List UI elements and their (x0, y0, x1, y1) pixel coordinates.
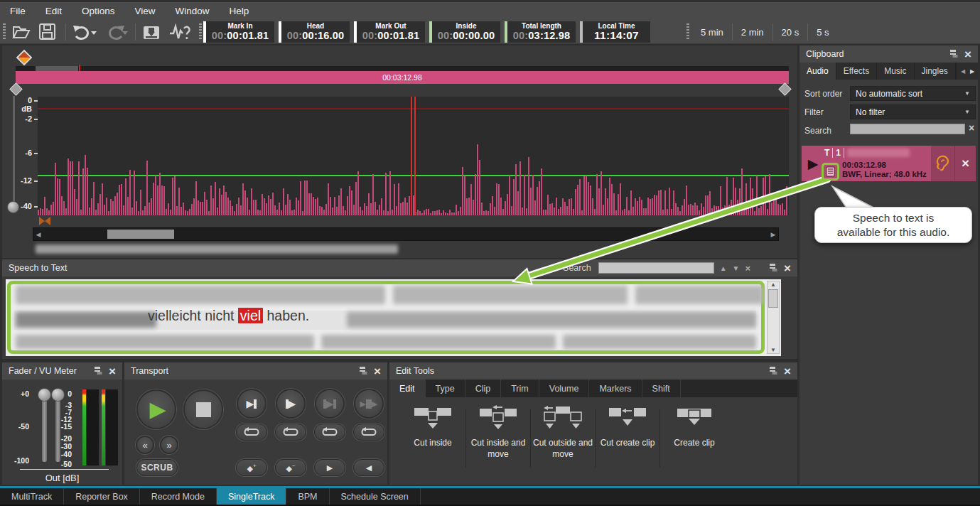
tab-trim[interactable]: Trim (501, 380, 539, 397)
tabs-scroll-left-icon[interactable]: ◀ (961, 68, 965, 75)
menu-window[interactable]: Window (166, 2, 220, 20)
play-around-button-disabled[interactable]: ▶▶ (354, 389, 384, 419)
horizontal-scrollbar[interactable]: ◀ ▶ (33, 227, 779, 241)
play-to-out-button[interactable]: ▶ (237, 389, 266, 419)
highlighted-word[interactable]: viel (238, 308, 263, 323)
range-end-diamond[interactable] (778, 82, 791, 95)
tab-singletrack[interactable]: SingleTrack (217, 488, 287, 505)
tool-cut-create-clip[interactable]: Cut create clip (596, 405, 659, 449)
loop-button-3[interactable] (314, 424, 345, 441)
tool-cut-inside-and-move[interactable]: Cut inside and move (466, 405, 530, 460)
tab-schedule-screen[interactable]: Schedule Screen (330, 488, 421, 505)
search-prev-icon[interactable]: ▲ (720, 264, 727, 272)
transcript-scrollbar[interactable]: ▲ ▼ (767, 281, 780, 354)
tab-shift[interactable]: Shift (642, 380, 681, 397)
tab-edit[interactable]: Edit (389, 380, 426, 397)
speech-analysis-icon[interactable] (169, 23, 190, 41)
pin-icon[interactable] (769, 366, 777, 376)
loop-button-4[interactable] (353, 424, 384, 441)
zoom-preset-2min[interactable]: 2 min (733, 27, 772, 38)
tabs-scroll-right-icon[interactable]: ▶ (970, 68, 974, 75)
scroll-down-arrow[interactable]: ▼ (770, 347, 776, 353)
loop-button-1[interactable] (236, 424, 267, 441)
transcript-clear-text[interactable]: vielleicht nicht viel haben. (148, 308, 309, 324)
edit-marker-bowtie[interactable] (39, 217, 50, 225)
pin-icon[interactable] (94, 366, 102, 376)
transcript-area[interactable]: vielleicht nicht viel haben. ▲ ▼ (6, 279, 781, 356)
toolbar-grip[interactable] (686, 23, 689, 41)
scrollbar-thumb[interactable] (768, 289, 778, 308)
close-icon[interactable]: × (374, 365, 381, 377)
tool-cut-outside-and-move[interactable]: Cut outside and move (531, 405, 595, 460)
close-icon[interactable]: × (109, 365, 116, 377)
open-file-icon[interactable] (11, 23, 31, 41)
overview-duration-bar[interactable]: 00:03:12.98 (16, 71, 789, 84)
close-icon[interactable]: × (964, 48, 971, 60)
overview-view-segment[interactable] (36, 66, 78, 71)
playhead-line[interactable] (411, 97, 412, 215)
skip-forward-button[interactable]: » (160, 436, 178, 454)
pin-icon[interactable] (769, 263, 777, 273)
save-icon[interactable] (38, 23, 56, 41)
item-prelisten-ear-icon[interactable] (931, 146, 954, 181)
fader-track-left[interactable] (42, 394, 47, 462)
speech-text-doc-icon[interactable] (822, 163, 839, 181)
tab-multitrack[interactable]: MultiTrack (0, 488, 64, 505)
search-clear-icon[interactable]: × (745, 263, 750, 274)
search-next-icon[interactable]: ▼ (733, 264, 740, 272)
scrollbar-thumb[interactable] (107, 230, 174, 239)
stop-button[interactable] (183, 389, 223, 429)
waveform-display[interactable] (38, 97, 789, 215)
scrub-button[interactable]: SCRUB (136, 459, 178, 476)
zoom-preset-20s[interactable]: 20 s (773, 27, 808, 38)
menu-help[interactable]: Help (220, 2, 259, 20)
play-button[interactable]: ▶ (136, 389, 176, 429)
menu-file[interactable]: File (0, 2, 36, 20)
loop-button-2[interactable] (275, 424, 306, 441)
skip-back-button[interactable]: « (136, 436, 154, 454)
tool-create-clip[interactable]: Create clip (662, 405, 726, 449)
fader-knob-left[interactable] (38, 388, 51, 402)
scroll-up-arrow[interactable]: ▲ (770, 281, 776, 288)
tab-effects[interactable]: Effects (836, 63, 877, 80)
tab-record-mode[interactable]: Record Mode (140, 488, 217, 505)
undo-icon[interactable] (72, 23, 97, 41)
toolbar-grip[interactable] (199, 23, 202, 41)
add-marker-button[interactable]: ◆+ (236, 459, 267, 476)
sort-order-dropdown[interactable]: No automatic sort▼ (850, 86, 976, 101)
zoom-preset-5min[interactable]: 5 min (692, 27, 732, 38)
pin-icon[interactable] (949, 49, 957, 59)
tab-type[interactable]: Type (426, 380, 465, 397)
tab-volume[interactable]: Volume (539, 380, 590, 397)
tab-audio[interactable]: Audio (799, 63, 836, 80)
tab-music[interactable]: Music (877, 63, 914, 80)
remove-marker-button[interactable]: ◆− (275, 459, 306, 476)
scroll-right-arrow[interactable]: ▶ (768, 231, 778, 238)
tab-jingles[interactable]: Jingles (915, 63, 956, 80)
pin-icon[interactable] (359, 366, 367, 376)
scroll-left-arrow[interactable]: ◀ (33, 231, 43, 238)
menu-view[interactable]: View (125, 2, 166, 20)
toolbar-grip[interactable] (3, 23, 6, 41)
tab-markers[interactable]: Markers (589, 380, 642, 397)
clipboard-search-input[interactable] (850, 124, 965, 134)
nudge-back-button[interactable]: ◀ (353, 459, 384, 476)
range-start-diamond[interactable] (9, 82, 22, 95)
play-segment-button-disabled[interactable]: ▶ (315, 389, 345, 419)
tab-clip[interactable]: Clip (465, 380, 502, 397)
filter-dropdown[interactable]: No filter▼ (850, 104, 976, 119)
menu-edit[interactable]: Edit (36, 2, 72, 20)
position-marker-diamond[interactable] (16, 50, 33, 66)
playhead-line[interactable] (414, 97, 416, 215)
import-audio-icon[interactable] (142, 23, 161, 41)
close-icon[interactable]: × (784, 262, 791, 274)
play-from-in-button[interactable]: ▶ (276, 389, 306, 419)
tab-reporter-box[interactable]: Reporter Box (64, 488, 140, 505)
redo-icon[interactable] (104, 23, 128, 41)
overview-strip[interactable] (16, 66, 789, 71)
nudge-forward-button[interactable]: ▶ (314, 459, 345, 476)
menu-options[interactable]: Options (72, 2, 125, 20)
tool-cut-inside[interactable]: Cut inside (401, 405, 465, 449)
clipboard-audio-item[interactable]: ▶ T 1 1 00:03:12.98 BWF, Linear; 48.0 kH… (802, 146, 976, 181)
tab-bpm[interactable]: BPM (286, 488, 329, 505)
